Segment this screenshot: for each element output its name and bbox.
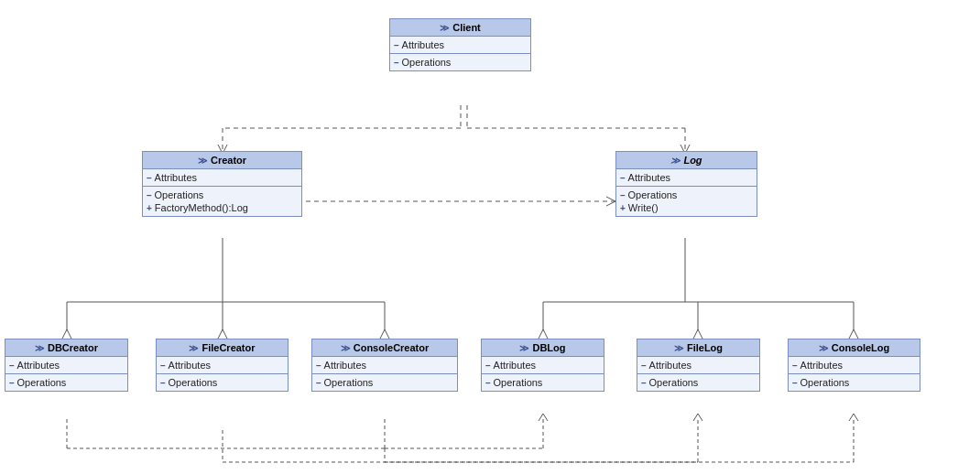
minus-icon: – bbox=[160, 361, 166, 371]
chevron-icon-client: ≫ bbox=[440, 23, 449, 33]
log-operations-row: – Operations bbox=[620, 189, 751, 201]
filecreator-attributes-label: Attributes bbox=[169, 360, 211, 371]
consolecreator-operations-row: – Operations bbox=[316, 376, 452, 389]
client-attributes-section: – Attributes bbox=[390, 37, 530, 54]
minus-icon: – bbox=[9, 378, 15, 388]
client-attributes-row: – Attributes bbox=[394, 38, 525, 51]
filelog-operations-label: Operations bbox=[649, 377, 699, 388]
dbcreator-attributes-label: Attributes bbox=[17, 360, 60, 371]
consolelog-attributes-section: – Attributes bbox=[789, 357, 920, 374]
filecreator-box: ≫ FileCreator – Attributes – Operations bbox=[156, 339, 289, 392]
dbcreator-operations-section: – Operations bbox=[5, 374, 127, 391]
minus-icon: – bbox=[641, 361, 647, 371]
minus-icon: – bbox=[316, 361, 321, 371]
plus-icon: + bbox=[147, 203, 152, 213]
log-attributes-label: Attributes bbox=[628, 172, 670, 183]
log-title: Log bbox=[683, 155, 702, 166]
client-attributes-label: Attributes bbox=[402, 39, 444, 50]
client-operations-section: – Operations bbox=[390, 54, 530, 70]
dbcreator-box: ≫ DBCreator – Attributes – Operations bbox=[5, 339, 128, 392]
minus-icon: – bbox=[620, 173, 626, 183]
chevron-icon-creator: ≫ bbox=[198, 156, 207, 166]
filecreator-operations-label: Operations bbox=[169, 377, 218, 388]
consolelog-attributes-label: Attributes bbox=[800, 360, 843, 371]
uml-diagram: ≫ Client – Attributes – Operations ≫ Cre… bbox=[0, 0, 980, 474]
dblog-box: ≫ DBLog – Attributes – Operations bbox=[481, 339, 604, 392]
log-box: ≫ Log – Attributes – Operations + Write(… bbox=[615, 151, 757, 217]
minus-icon: – bbox=[394, 40, 399, 50]
dbcreator-attributes-section: – Attributes bbox=[5, 357, 127, 374]
chevron-icon-dbcreator: ≫ bbox=[35, 343, 44, 353]
chevron-icon-dblog: ≫ bbox=[519, 343, 528, 353]
dblog-attributes-row: – Attributes bbox=[485, 359, 598, 372]
client-box: ≫ Client – Attributes – Operations bbox=[389, 18, 531, 71]
consolecreator-operations-section: – Operations bbox=[312, 374, 457, 391]
dbcreator-title: DBCreator bbox=[48, 342, 98, 353]
dblog-attributes-label: Attributes bbox=[494, 360, 536, 371]
minus-icon: – bbox=[147, 173, 152, 183]
consolelog-box: ≫ ConsoleLog – Attributes – Operations bbox=[788, 339, 920, 392]
creator-operations-label: Operations bbox=[155, 189, 204, 200]
creator-title: Creator bbox=[211, 155, 246, 166]
creator-operations-row: – Operations bbox=[147, 189, 296, 201]
filelog-operations-section: – Operations bbox=[637, 374, 759, 391]
consolecreator-box: ≫ ConsoleCreator – Attributes – Operatio… bbox=[311, 339, 458, 392]
minus-icon: – bbox=[485, 378, 491, 388]
consolecreator-title: ConsoleCreator bbox=[354, 342, 430, 353]
creator-box: ≫ Creator – Attributes – Operations + Fa… bbox=[142, 151, 302, 217]
filelog-attributes-row: – Attributes bbox=[641, 359, 754, 372]
dbcreator-header: ≫ DBCreator bbox=[5, 339, 127, 357]
consolelog-header: ≫ ConsoleLog bbox=[789, 339, 920, 357]
client-title: Client bbox=[452, 22, 481, 33]
creator-attributes-row: – Attributes bbox=[147, 171, 296, 184]
chevron-icon-consolecreator: ≫ bbox=[341, 343, 350, 353]
filecreator-operations-section: – Operations bbox=[157, 374, 288, 391]
log-write-label: Write() bbox=[628, 202, 659, 213]
log-header: ≫ Log bbox=[616, 152, 757, 169]
dblog-title: DBLog bbox=[532, 342, 565, 353]
creator-attributes-section: – Attributes bbox=[143, 169, 301, 187]
dbcreator-operations-row: – Operations bbox=[9, 376, 122, 389]
dblog-operations-label: Operations bbox=[494, 377, 543, 388]
consolecreator-attributes-section: – Attributes bbox=[312, 357, 457, 374]
consolelog-operations-label: Operations bbox=[800, 377, 850, 388]
filelog-attributes-section: – Attributes bbox=[637, 357, 759, 374]
creator-factorymethod-row: + FactoryMethod():Log bbox=[147, 201, 296, 214]
client-operations-label: Operations bbox=[402, 57, 452, 68]
chevron-icon-consolelog: ≫ bbox=[819, 343, 828, 353]
minus-icon: – bbox=[641, 378, 647, 388]
minus-icon: – bbox=[160, 378, 166, 388]
filelog-header: ≫ FileLog bbox=[637, 339, 759, 357]
minus-icon: – bbox=[9, 361, 15, 371]
filecreator-attributes-row: – Attributes bbox=[160, 359, 282, 372]
log-write-row: + Write() bbox=[620, 201, 751, 214]
filecreator-attributes-section: – Attributes bbox=[157, 357, 288, 374]
dblog-attributes-section: – Attributes bbox=[482, 357, 604, 374]
minus-icon: – bbox=[620, 190, 626, 200]
consolecreator-operations-label: Operations bbox=[324, 377, 374, 388]
filelog-attributes-label: Attributes bbox=[649, 360, 691, 371]
filelog-box: ≫ FileLog – Attributes – Operations bbox=[637, 339, 760, 392]
filecreator-title: FileCreator bbox=[201, 342, 255, 353]
creator-attributes-label: Attributes bbox=[155, 172, 197, 183]
log-operations-label: Operations bbox=[628, 189, 678, 200]
dbcreator-operations-label: Operations bbox=[17, 377, 67, 388]
consolecreator-header: ≫ ConsoleCreator bbox=[312, 339, 457, 357]
minus-icon: – bbox=[394, 58, 399, 68]
plus-icon: + bbox=[620, 203, 626, 213]
log-attributes-section: – Attributes bbox=[616, 169, 757, 187]
dbcreator-attributes-row: – Attributes bbox=[9, 359, 122, 372]
chevron-icon-filecreator: ≫ bbox=[189, 343, 198, 353]
chevron-icon-filelog: ≫ bbox=[674, 343, 683, 353]
dblog-header: ≫ DBLog bbox=[482, 339, 604, 357]
consolelog-title: ConsoleLog bbox=[832, 342, 890, 353]
creator-operations-section: – Operations + FactoryMethod():Log bbox=[143, 187, 301, 216]
filecreator-operations-row: – Operations bbox=[160, 376, 282, 389]
creator-factorymethod-label: FactoryMethod():Log bbox=[155, 202, 248, 213]
filelog-operations-row: – Operations bbox=[641, 376, 754, 389]
minus-icon: – bbox=[316, 378, 321, 388]
minus-icon: – bbox=[147, 190, 152, 200]
consolelog-operations-section: – Operations bbox=[789, 374, 920, 391]
consolecreator-attributes-label: Attributes bbox=[324, 360, 366, 371]
consolelog-operations-row: – Operations bbox=[792, 376, 914, 389]
